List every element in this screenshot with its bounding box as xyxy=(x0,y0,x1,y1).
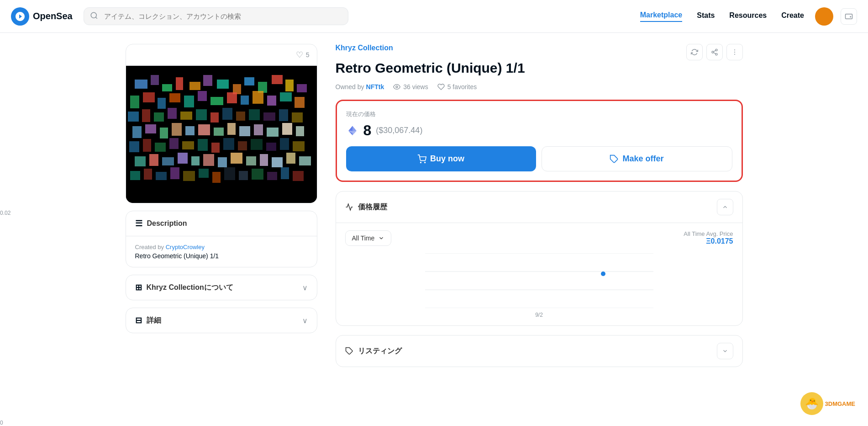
search-icon xyxy=(90,11,98,21)
avg-price-info: All Time Avg. Price Ξ0.0175 xyxy=(684,230,733,245)
svg-rect-67 xyxy=(293,141,305,151)
more-options-button[interactable] xyxy=(726,44,743,60)
svg-rect-66 xyxy=(280,138,289,150)
svg-point-102 xyxy=(425,162,426,163)
svg-rect-20 xyxy=(184,96,194,107)
svg-rect-26 xyxy=(267,96,276,106)
header-actions xyxy=(815,7,857,26)
svg-rect-16 xyxy=(130,96,139,108)
search-bar xyxy=(84,7,348,25)
logo[interactable]: OpenSea xyxy=(11,7,73,26)
svg-rect-44 xyxy=(160,128,168,138)
wallet-icon[interactable] xyxy=(841,8,857,25)
svg-rect-53 xyxy=(282,123,292,135)
heart-icon-fav xyxy=(437,83,445,91)
nav-stats[interactable]: Stats xyxy=(697,11,715,21)
chevron-down-icon-details: ∨ xyxy=(302,316,308,325)
svg-rect-86 xyxy=(199,169,209,178)
svg-rect-52 xyxy=(267,128,279,137)
price-eth: 8 xyxy=(363,122,372,139)
price-history-body: All Time All Time Avg. Price Ξ0.0175 0.0… xyxy=(336,223,742,325)
nft-title: Retro Geometric (Unique) 1/1 xyxy=(336,60,743,76)
logo-icon xyxy=(11,7,29,26)
svg-rect-49 xyxy=(227,123,236,135)
eth-icon xyxy=(346,124,359,137)
svg-point-101 xyxy=(421,162,421,163)
chart-area: 9/2 xyxy=(345,253,733,318)
svg-rect-79 xyxy=(286,153,295,164)
listings-label: リスティング xyxy=(358,346,402,356)
nav-resources[interactable]: Resources xyxy=(729,11,767,21)
svg-rect-45 xyxy=(172,123,182,136)
svg-rect-42 xyxy=(132,126,142,138)
svg-rect-46 xyxy=(185,126,195,135)
ownership-bar: Owned by NFTtk 36 views 5 favorites xyxy=(336,83,743,91)
creator-link[interactable]: CryptoCrowley xyxy=(166,244,205,250)
svg-rect-71 xyxy=(178,153,188,164)
price-card: 現在の価格 8 ($30,067.44) xyxy=(336,100,743,182)
chart-controls: All Time All Time Avg. Price Ξ0.0175 xyxy=(345,230,733,246)
collapse-price-history-button[interactable] xyxy=(717,199,733,215)
nft-image xyxy=(126,66,317,203)
about-section: ⊞ Khryz Collectionについて ∨ xyxy=(126,275,317,300)
tag-icon-listings xyxy=(345,347,353,355)
nft-image-container: ♡ 5 xyxy=(126,44,317,203)
share-button[interactable] xyxy=(706,44,723,60)
logo-text: OpenSea xyxy=(33,11,73,21)
svg-rect-4 xyxy=(151,75,159,85)
collection-link[interactable]: Khryz Collection xyxy=(336,44,393,52)
dropdown-arrow-icon xyxy=(378,235,384,241)
svg-rect-9 xyxy=(217,80,229,89)
details-section: ⊟ 詳細 ∨ xyxy=(126,308,317,333)
buy-now-button[interactable]: Buy now xyxy=(346,146,536,171)
svg-rect-37 xyxy=(236,112,245,121)
svg-point-108 xyxy=(601,272,605,276)
price-history-label: 価格履歴 xyxy=(358,202,387,212)
chevron-down-icon-listings xyxy=(722,348,728,354)
description-header[interactable]: ☰ Description xyxy=(126,211,317,236)
owned-by-label: Owned by xyxy=(336,83,364,91)
collapse-listings-button[interactable] xyxy=(717,343,733,359)
svg-rect-72 xyxy=(191,156,200,165)
svg-rect-27 xyxy=(280,92,292,101)
details-header[interactable]: ⊟ 詳細 ∨ xyxy=(126,308,317,333)
svg-rect-57 xyxy=(155,143,166,152)
svg-rect-59 xyxy=(182,141,194,149)
svg-rect-50 xyxy=(239,126,250,136)
svg-rect-36 xyxy=(222,108,232,120)
svg-rect-85 xyxy=(183,171,195,181)
svg-rect-38 xyxy=(249,109,260,120)
main-content: ♡ 5 xyxy=(115,33,754,378)
svg-rect-14 xyxy=(285,80,294,91)
chevron-down-icon: ∨ xyxy=(302,283,308,292)
about-header[interactable]: ⊞ Khryz Collectionについて ∨ xyxy=(126,275,317,300)
avatar[interactable] xyxy=(815,7,833,26)
description-section: ☰ Description Created by CryptoCrowley R… xyxy=(126,211,317,267)
x-axis-label: 9/2 xyxy=(345,312,733,318)
svg-rect-84 xyxy=(170,167,179,179)
time-select[interactable]: All Time xyxy=(345,230,392,246)
svg-rect-76 xyxy=(246,156,256,165)
nav-create[interactable]: Create xyxy=(781,11,804,21)
search-input[interactable] xyxy=(84,7,348,25)
refresh-button[interactable] xyxy=(686,44,703,60)
header: OpenSea Marketplace Stats Resources Crea… xyxy=(0,0,868,33)
svg-rect-19 xyxy=(169,93,180,102)
svg-rect-39 xyxy=(263,112,275,121)
svg-rect-33 xyxy=(180,112,192,120)
svg-point-99 xyxy=(734,54,735,55)
svg-rect-17 xyxy=(143,92,155,102)
nav-marketplace[interactable]: Marketplace xyxy=(640,11,683,22)
owner-link[interactable]: NFTtk xyxy=(366,83,384,91)
heart-icon[interactable]: ♡ xyxy=(296,50,303,60)
price-history-card: 価格履歴 All Time All xyxy=(336,191,743,326)
listings-header: リスティング xyxy=(336,335,742,367)
top-right-actions xyxy=(686,44,743,60)
make-offer-button[interactable]: Make offer xyxy=(542,146,732,171)
svg-point-95 xyxy=(712,51,714,53)
owned-by: Owned by NFTtk xyxy=(336,83,384,91)
price-row: 8 ($30,067.44) xyxy=(346,122,732,139)
svg-rect-23 xyxy=(227,92,237,103)
svg-rect-13 xyxy=(272,75,283,84)
description-item-name: Retro Geometric (Unique) 1/1 xyxy=(135,252,308,260)
